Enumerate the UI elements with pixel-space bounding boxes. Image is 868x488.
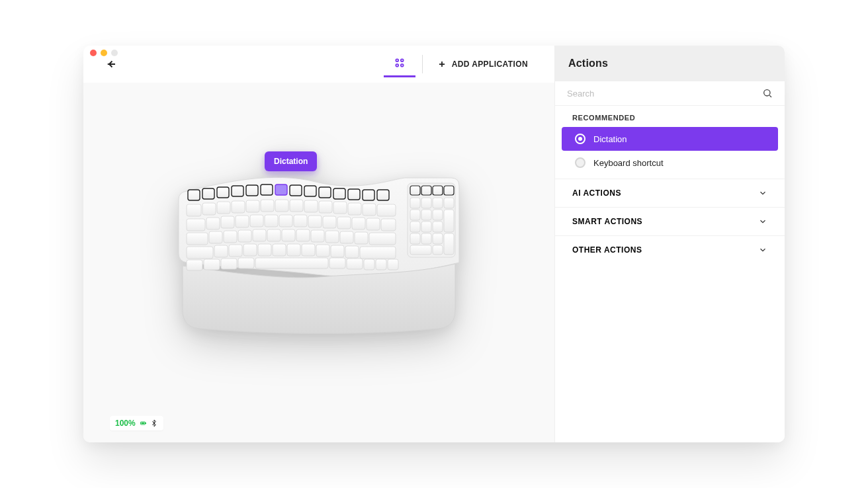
svg-rect-27 bbox=[304, 200, 318, 212]
svg-rect-94 bbox=[410, 222, 420, 232]
svg-rect-47 bbox=[187, 233, 208, 245]
chevron-down-icon bbox=[758, 245, 767, 255]
svg-rect-95 bbox=[421, 222, 431, 232]
add-application-label: ADD APPLICATION bbox=[452, 60, 528, 69]
svg-rect-91 bbox=[421, 210, 431, 220]
svg-rect-79 bbox=[364, 259, 374, 270]
svg-rect-87 bbox=[421, 198, 431, 208]
svg-rect-85 bbox=[444, 186, 454, 195]
group-smart-actions[interactable]: SMART ACTIONS bbox=[555, 207, 785, 235]
battery-icon bbox=[140, 419, 148, 427]
minimize-icon[interactable] bbox=[101, 50, 107, 56]
option-keyboard-shortcut[interactable]: Keyboard shortcut bbox=[562, 151, 778, 175]
svg-rect-98 bbox=[421, 233, 431, 244]
option-dictation[interactable]: Dictation bbox=[562, 127, 778, 151]
svg-rect-65 bbox=[273, 244, 286, 256]
svg-rect-105 bbox=[141, 423, 144, 424]
svg-rect-26 bbox=[290, 200, 303, 212]
svg-rect-55 bbox=[311, 230, 324, 242]
svg-rect-41 bbox=[308, 216, 322, 227]
main-area: ADD APPLICATION Dictation bbox=[83, 46, 554, 442]
svg-rect-59 bbox=[369, 233, 396, 245]
device-canvas: Dictation bbox=[83, 83, 554, 442]
svg-rect-39 bbox=[279, 215, 292, 227]
svg-rect-96 bbox=[433, 222, 443, 232]
svg-rect-8 bbox=[232, 186, 243, 196]
svg-rect-49 bbox=[224, 231, 237, 243]
svg-rect-57 bbox=[340, 231, 353, 243]
svg-rect-56 bbox=[326, 231, 339, 243]
svg-rect-78 bbox=[347, 259, 363, 269]
key-tooltip-label: Dictation bbox=[274, 157, 308, 166]
svg-rect-64 bbox=[258, 244, 271, 256]
battery-percent: 100% bbox=[115, 419, 136, 428]
svg-rect-86 bbox=[410, 198, 420, 208]
svg-rect-36 bbox=[236, 216, 249, 227]
svg-rect-5 bbox=[188, 190, 200, 200]
svg-rect-99 bbox=[433, 233, 443, 244]
svg-rect-104 bbox=[146, 423, 146, 424]
svg-point-2 bbox=[396, 64, 398, 67]
svg-rect-70 bbox=[345, 246, 359, 258]
svg-rect-58 bbox=[355, 232, 368, 244]
svg-rect-69 bbox=[331, 245, 344, 257]
svg-rect-29 bbox=[333, 202, 347, 214]
radio-icon bbox=[575, 157, 586, 168]
close-icon[interactable] bbox=[90, 50, 97, 56]
bluetooth-icon bbox=[150, 419, 158, 427]
svg-rect-50 bbox=[238, 230, 251, 242]
group-label: SMART ACTIONS bbox=[572, 217, 642, 226]
search-row bbox=[555, 81, 785, 106]
svg-rect-54 bbox=[296, 229, 310, 241]
svg-rect-97 bbox=[410, 233, 420, 244]
svg-rect-72 bbox=[187, 260, 202, 270]
keyboard-image: Dictation bbox=[173, 163, 464, 335]
svg-rect-32 bbox=[377, 204, 396, 216]
svg-rect-22 bbox=[232, 201, 245, 213]
svg-rect-75 bbox=[238, 258, 254, 268]
svg-rect-15 bbox=[333, 188, 345, 199]
svg-rect-81 bbox=[388, 259, 398, 270]
actions-panel: Actions RECOMMENDED Dictation Keyboard s… bbox=[554, 46, 785, 442]
svg-rect-82 bbox=[410, 186, 420, 195]
svg-rect-67 bbox=[302, 244, 315, 256]
svg-rect-44 bbox=[352, 218, 365, 229]
svg-rect-45 bbox=[367, 218, 380, 230]
svg-rect-61 bbox=[214, 245, 228, 257]
svg-point-3 bbox=[401, 64, 404, 67]
svg-rect-16 bbox=[348, 189, 360, 200]
group-ai-actions[interactable]: AI ACTIONS bbox=[555, 179, 785, 207]
svg-rect-63 bbox=[243, 244, 257, 256]
svg-rect-33 bbox=[187, 219, 205, 231]
chevron-down-icon bbox=[758, 188, 767, 198]
svg-rect-30 bbox=[348, 203, 361, 215]
svg-rect-51 bbox=[253, 229, 266, 241]
svg-rect-101 bbox=[410, 245, 431, 255]
svg-rect-12 bbox=[290, 185, 302, 196]
svg-rect-6 bbox=[202, 188, 214, 199]
svg-rect-20 bbox=[202, 203, 216, 215]
option-label: Keyboard shortcut bbox=[593, 158, 664, 168]
svg-rect-10 bbox=[261, 184, 273, 195]
svg-rect-60 bbox=[187, 247, 213, 259]
svg-rect-88 bbox=[433, 198, 443, 208]
zoom-icon[interactable] bbox=[111, 50, 118, 56]
window-titlebar bbox=[83, 46, 785, 60]
svg-rect-23 bbox=[246, 200, 259, 212]
search-input[interactable] bbox=[567, 89, 762, 99]
svg-rect-53 bbox=[282, 229, 295, 241]
svg-rect-68 bbox=[316, 245, 329, 257]
svg-rect-25 bbox=[275, 200, 288, 212]
search-icon bbox=[762, 88, 773, 99]
svg-rect-76 bbox=[255, 258, 328, 268]
svg-rect-46 bbox=[381, 219, 396, 231]
svg-rect-17 bbox=[363, 190, 374, 200]
group-other-actions[interactable]: OTHER ACTIONS bbox=[555, 235, 785, 264]
recommended-label: RECOMMENDED bbox=[555, 106, 785, 127]
svg-rect-38 bbox=[265, 215, 278, 227]
svg-rect-35 bbox=[221, 216, 234, 228]
group-label: OTHER ACTIONS bbox=[572, 245, 642, 255]
svg-rect-84 bbox=[433, 186, 443, 195]
svg-rect-90 bbox=[410, 210, 420, 220]
svg-rect-89 bbox=[444, 198, 454, 208]
